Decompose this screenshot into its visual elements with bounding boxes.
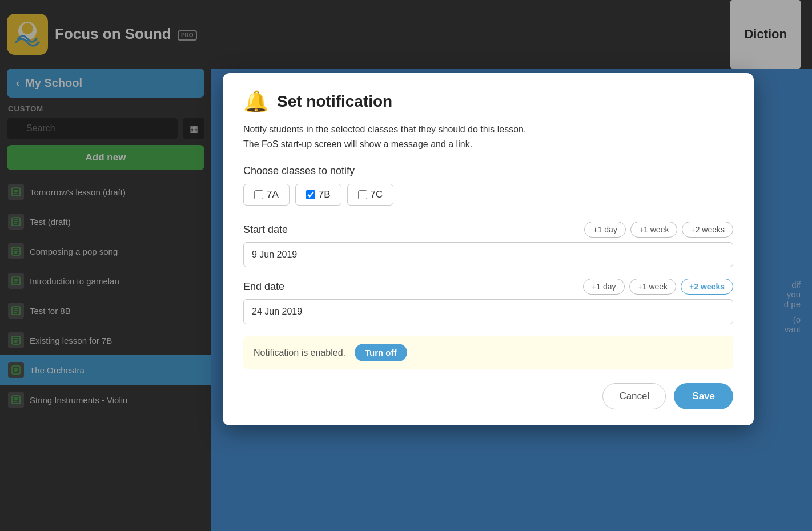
classes-row: 7A 7B 7C (243, 184, 733, 206)
notification-status-text: Notification is enabled. (254, 348, 345, 358)
class-label-7c: 7C (371, 189, 383, 200)
end-date-chip[interactable]: +1 day (583, 279, 624, 295)
modal-title: Set notification (277, 92, 392, 111)
start-date-section: Start date +1 day+1 week+2 weeks (243, 222, 733, 267)
start-date-label: Start date (243, 224, 288, 236)
start-date-header: Start date +1 day+1 week+2 weeks (243, 222, 733, 238)
end-date-section: End date +1 day+1 week+2 weeks (243, 279, 733, 324)
set-notification-modal: 🔔 Set notification Notify students in th… (223, 73, 754, 425)
end-date-chips: +1 day+1 week+2 weeks (583, 279, 733, 295)
class-checkbox-7a[interactable]: 7A (243, 184, 290, 206)
class-check-7b[interactable] (306, 190, 315, 199)
class-checkbox-7b[interactable]: 7B (295, 184, 341, 206)
modal-description: Notify students in the selected classes … (243, 122, 733, 151)
modal-footer: Cancel Save (243, 383, 733, 409)
end-date-chip[interactable]: +2 weeks (681, 279, 733, 295)
bell-icon: 🔔 (243, 91, 269, 112)
turn-off-button[interactable]: Turn off (355, 344, 407, 361)
class-label-7a: 7A (267, 189, 279, 200)
end-date-chip[interactable]: +1 week (629, 279, 677, 295)
class-checkbox-7c[interactable]: 7C (347, 184, 394, 206)
notification-bar: Notification is enabled. Turn off (243, 336, 733, 369)
end-date-input[interactable] (243, 299, 733, 324)
class-check-7a[interactable] (254, 190, 263, 199)
class-check-7c[interactable] (358, 190, 367, 199)
start-date-input[interactable] (243, 242, 733, 267)
end-date-header: End date +1 day+1 week+2 weeks (243, 279, 733, 295)
start-date-chips: +1 day+1 week+2 weeks (584, 222, 733, 238)
cancel-button[interactable]: Cancel (602, 383, 666, 409)
choose-classes-label: Choose classes to notify (243, 165, 733, 177)
modal-header: 🔔 Set notification (243, 91, 733, 112)
start-date-chip[interactable]: +1 week (630, 222, 678, 238)
start-date-chip[interactable]: +1 day (584, 222, 625, 238)
save-button[interactable]: Save (674, 383, 733, 409)
start-date-chip[interactable]: +2 weeks (682, 222, 733, 238)
class-label-7b: 7B (319, 189, 331, 200)
end-date-label: End date (243, 281, 284, 293)
